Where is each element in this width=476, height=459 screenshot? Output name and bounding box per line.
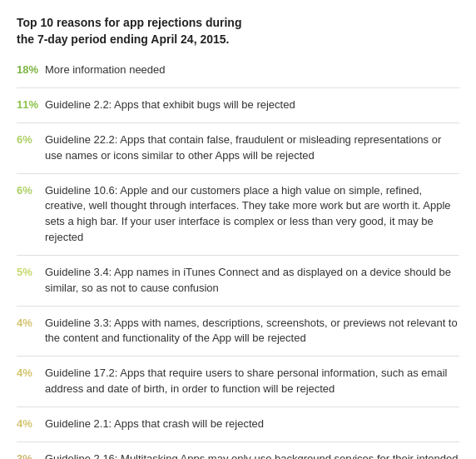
reason-text: Guideline 2.16: Multitasking Apps may on…	[45, 452, 459, 459]
reason-text: Guideline 3.3: Apps with names, descript…	[45, 316, 459, 347]
list-item: 11%Guideline 2.2: Apps that exhibit bugs…	[17, 97, 459, 113]
percent-value: 18%	[17, 62, 45, 76]
list-item: 18%More information needed	[17, 62, 459, 78]
reason-text: Guideline 17.2: Apps that require users …	[45, 366, 459, 397]
list-item: 4%Guideline 2.1: Apps that crash will be…	[17, 417, 459, 432]
divider	[17, 87, 459, 88]
percent-value: 3%	[17, 452, 45, 459]
divider	[17, 356, 459, 357]
list-item: 3%Guideline 2.16: Multitasking Apps may …	[17, 452, 459, 459]
percent-value: 6%	[17, 132, 45, 146]
list-item: 5%Guideline 3.4: App names in iTunes Con…	[17, 265, 459, 297]
percent-value: 4%	[17, 366, 45, 379]
reason-text: Guideline 10.6: Apple and our customers …	[45, 183, 459, 246]
percent-value: 5%	[17, 265, 45, 278]
divider	[17, 173, 459, 174]
divider	[17, 407, 459, 407]
reason-text: Guideline 3.4: App names in iTunes Conne…	[45, 265, 459, 297]
percent-value: 6%	[17, 183, 45, 197]
percent-value: 4%	[17, 316, 45, 329]
divider	[17, 306, 459, 307]
reasons-list: 18%More information needed11%Guideline 2…	[17, 62, 459, 459]
percent-value: 4%	[17, 417, 45, 430]
reason-text: Guideline 2.1: Apps that crash will be r…	[45, 417, 264, 432]
list-item: 4%Guideline 3.3: Apps with names, descri…	[17, 316, 459, 347]
reason-text: Guideline 2.2: Apps that exhibit bugs wi…	[45, 97, 295, 113]
chart-title: Top 10 reasons for app rejections during…	[17, 15, 459, 47]
list-item: 6%Guideline 10.6: Apple and our customer…	[17, 183, 459, 246]
divider	[17, 255, 459, 256]
divider	[17, 442, 459, 442]
list-item: 4%Guideline 17.2: Apps that require user…	[17, 366, 459, 397]
list-item: 6%Guideline 22.2: Apps that contain fals…	[17, 132, 459, 164]
reason-text: Guideline 22.2: Apps that contain false,…	[45, 132, 459, 164]
divider	[17, 122, 459, 123]
chart-container: Top 10 reasons for app rejections during…	[17, 15, 459, 459]
percent-value: 11%	[17, 97, 45, 111]
reason-text: More information needed	[45, 62, 166, 78]
